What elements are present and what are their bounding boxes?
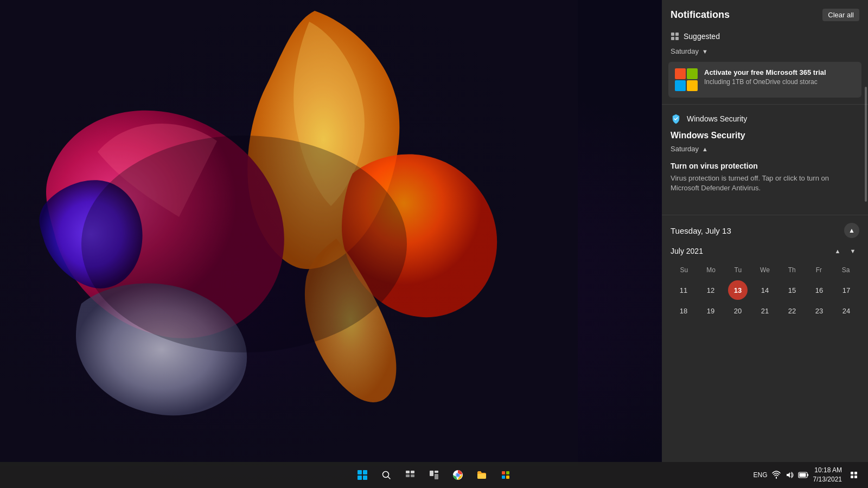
- task-view-button[interactable]: [399, 464, 421, 486]
- calendar-day[interactable]: 15: [782, 280, 802, 300]
- battery-icon: [798, 471, 809, 479]
- svg-rect-4: [671, 33, 674, 36]
- ms365-card-text: Activate your free Microsoft 365 trial I…: [704, 68, 855, 86]
- calendar-day[interactable]: 19: [701, 301, 720, 320]
- calendar-next-button[interactable]: ▼: [846, 245, 859, 258]
- calendar-day[interactable]: 11: [674, 280, 693, 300]
- calendar-day-header: Fr: [806, 264, 833, 276]
- search-button[interactable]: [375, 464, 397, 486]
- notifications-title: Notifications: [671, 9, 730, 21]
- svg-rect-31: [799, 473, 806, 477]
- ms365-red-quad: [675, 68, 686, 79]
- calendar-day[interactable]: 22: [782, 301, 802, 320]
- svg-rect-5: [675, 33, 679, 36]
- svg-rect-36: [854, 476, 857, 478]
- desktop: Notifications Clear all Suggested Saturd…: [0, 0, 868, 488]
- calendar-day[interactable]: 17: [837, 280, 856, 300]
- ws-notification-content[interactable]: Turn on virus protection Virus protectio…: [662, 157, 868, 200]
- calendar-day[interactable]: 24: [837, 301, 856, 320]
- calendar-day[interactable]: 14: [755, 280, 775, 300]
- calendar-day-header: Su: [671, 264, 698, 276]
- taskbar-system-tray: ENG 10: [754, 466, 861, 484]
- notification-panel: Notifications Clear all Suggested Saturd…: [662, 0, 868, 462]
- ws-title: Windows Security: [671, 131, 859, 140]
- calendar-day[interactable]: 16: [809, 280, 829, 300]
- chrome-button[interactable]: [447, 464, 469, 486]
- svg-rect-25: [502, 471, 505, 474]
- svg-rect-11: [363, 476, 367, 480]
- suggested-label: Suggested: [684, 32, 720, 41]
- panel-divider-1: [662, 104, 868, 105]
- store-button[interactable]: [495, 464, 516, 486]
- calendar-day-headers: SuMoTuWeThFrSa: [671, 264, 859, 276]
- calendar-day[interactable]: 21: [755, 301, 775, 320]
- svg-rect-33: [851, 472, 853, 474]
- calendar-month-label: July 2021: [671, 247, 703, 255]
- saturday-chevron-icon: ▼: [702, 48, 708, 55]
- svg-rect-34: [854, 472, 857, 474]
- file-explorer-button[interactable]: [471, 464, 493, 486]
- taskbar: ENG 10: [0, 462, 868, 488]
- clear-all-button[interactable]: Clear all: [822, 9, 859, 21]
- calendar-day[interactable]: 12: [701, 280, 720, 300]
- calendar-nav: ▲ ▼: [831, 245, 859, 258]
- ws-bottom-fade: [662, 197, 868, 215]
- svg-rect-8: [358, 470, 362, 474]
- svg-rect-27: [502, 476, 505, 479]
- svg-point-24: [457, 474, 459, 477]
- calendar-days[interactable]: 1112131415161718192021222324: [671, 280, 859, 320]
- notification-scrollbar[interactable]: [865, 87, 867, 202]
- calendar-date-label: Tuesday, July 13: [671, 226, 731, 235]
- calendar-day-header: Sa: [832, 264, 859, 276]
- calendar-header-row: Tuesday, July 13 ▲: [662, 215, 868, 245]
- ws-title-row: Windows Security: [662, 129, 868, 143]
- ms365-icon: [675, 68, 698, 91]
- calendar-month-row: July 2021 ▲ ▼: [662, 245, 868, 264]
- ws-notif-body: Virus protection is turned off. Tap or c…: [671, 174, 859, 193]
- calendar-day-header: We: [751, 264, 778, 276]
- saturday-label: Saturday: [671, 47, 699, 55]
- svg-rect-32: [807, 474, 808, 476]
- notifications-header: Notifications Clear all: [662, 0, 868, 28]
- action-center-button[interactable]: [846, 467, 861, 483]
- calendar-day[interactable]: 20: [728, 301, 748, 320]
- calendar-day[interactable]: 13: [728, 280, 748, 300]
- taskbar-date-display: 7/13/2021: [813, 475, 842, 484]
- svg-rect-16: [406, 474, 410, 477]
- ms365-green-quad: [687, 68, 698, 79]
- suggested-grid-icon: [671, 32, 679, 41]
- ws-app-label: Windows Security: [687, 114, 747, 123]
- ms365-notification-card[interactable]: Activate your free Microsoft 365 trial I…: [668, 62, 861, 98]
- taskbar-time-display: 10:18 AM: [813, 466, 842, 475]
- svg-rect-15: [411, 471, 414, 473]
- svg-rect-19: [435, 471, 438, 473]
- calendar-day[interactable]: 23: [809, 301, 829, 320]
- calendar-collapse-button[interactable]: ▲: [844, 223, 859, 238]
- calendar-prev-button[interactable]: ▲: [831, 245, 844, 258]
- calendar-day-header: Mo: [698, 264, 725, 276]
- svg-rect-10: [358, 476, 362, 480]
- start-button[interactable]: [352, 464, 373, 486]
- saturday-day-row[interactable]: Saturday ▼: [662, 45, 868, 60]
- svg-rect-26: [506, 471, 509, 474]
- svg-rect-35: [851, 476, 853, 478]
- notifications-section: Notifications Clear all Suggested Saturd…: [662, 0, 868, 102]
- svg-rect-14: [406, 471, 410, 473]
- svg-rect-6: [671, 37, 674, 40]
- ws-notif-title: Turn on virus protection: [671, 162, 859, 170]
- svg-rect-18: [430, 471, 433, 476]
- svg-point-29: [776, 477, 777, 478]
- taskbar-clock[interactable]: 10:18 AM 7/13/2021: [813, 466, 842, 484]
- ws-app-header-row: Windows Security: [662, 107, 868, 129]
- svg-point-3: [81, 136, 407, 352]
- ms365-yellow-quad: [687, 80, 698, 91]
- calendar-day-header: Th: [778, 264, 806, 276]
- ws-day-row[interactable]: Saturday ▲: [662, 143, 868, 157]
- windows-security-section: Windows Security Windows Security Saturd…: [662, 107, 868, 215]
- ms365-blue-quad: [675, 80, 686, 91]
- volume-icon: [785, 471, 794, 479]
- svg-rect-28: [506, 476, 509, 479]
- calendar-day[interactable]: 18: [674, 301, 693, 320]
- language-label: ENG: [754, 471, 768, 479]
- widgets-button[interactable]: [423, 464, 445, 486]
